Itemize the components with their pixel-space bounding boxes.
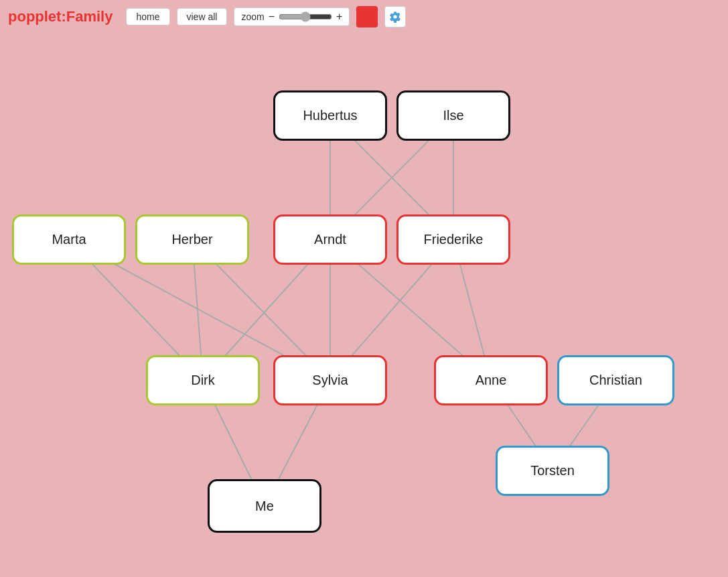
- node-anne[interactable]: Anne: [434, 355, 548, 405]
- logo-family: Family: [66, 8, 113, 25]
- node-marta[interactable]: Marta: [12, 214, 126, 265]
- zoom-control: zoom − +: [234, 7, 350, 26]
- zoom-slider[interactable]: [279, 11, 332, 22]
- gear-icon: [389, 11, 401, 23]
- view-all-button[interactable]: view all: [177, 8, 228, 25]
- node-arndt[interactable]: Arndt: [273, 214, 387, 265]
- color-button[interactable]: [356, 6, 378, 27]
- node-hubertus[interactable]: Hubertus: [273, 90, 387, 141]
- node-sylvia[interactable]: Sylvia: [273, 355, 387, 405]
- node-me[interactable]: Me: [208, 479, 321, 533]
- logo-popplet: popplet:: [8, 8, 66, 25]
- settings-button[interactable]: [384, 6, 406, 27]
- node-friederike[interactable]: Friederike: [396, 214, 510, 265]
- node-ilse[interactable]: Ilse: [396, 90, 510, 141]
- zoom-minus-icon: −: [269, 11, 275, 23]
- node-herber[interactable]: Herber: [135, 214, 249, 265]
- node-torsten[interactable]: Torsten: [496, 446, 609, 496]
- canvas: HubertusIlseMartaHerberArndtFriederikeDi…: [0, 34, 728, 577]
- zoom-plus-icon: +: [336, 11, 342, 23]
- node-dirk[interactable]: Dirk: [146, 355, 260, 405]
- node-christian[interactable]: Christian: [557, 355, 674, 405]
- logo: popplet:Family: [8, 8, 113, 25]
- header: popplet:Family home view all zoom − +: [0, 0, 728, 34]
- home-button[interactable]: home: [126, 8, 169, 25]
- zoom-label: zoom: [241, 11, 264, 22]
